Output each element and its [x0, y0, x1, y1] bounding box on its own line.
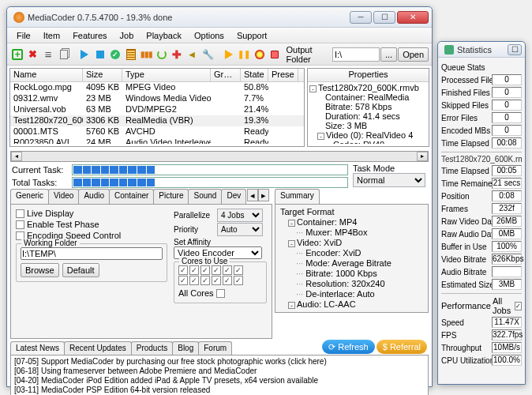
- file-list[interactable]: Name Size Type Group State Prese RockLog…: [9, 68, 305, 147]
- news-referral-button[interactable]: $Referral: [377, 340, 427, 354]
- col-type[interactable]: Type: [122, 69, 211, 81]
- list-button[interactable]: [41, 46, 56, 63]
- tab-blog[interactable]: Blog: [172, 341, 199, 355]
- output-folder-browse-button[interactable]: ...: [380, 47, 397, 62]
- tab-sound[interactable]: Sound: [188, 189, 222, 204]
- news-item[interactable]: [04-20] MediaCoder iPod Edition added iP…: [14, 376, 425, 386]
- tab-latest-news[interactable]: Latest News: [10, 341, 65, 355]
- core-checkbox[interactable]: [234, 265, 243, 275]
- task-mode-select[interactable]: Normal: [353, 173, 425, 187]
- news-list[interactable]: [07-05] Support MediaCoder by purchasing…: [10, 355, 429, 395]
- table-row[interactable]: Universal.vob63 MBDVD/MPEG221.4%: [10, 104, 304, 115]
- tab-products[interactable]: Products: [131, 341, 173, 355]
- maximize-button[interactable]: ☐: [373, 11, 395, 24]
- col-name[interactable]: Name: [10, 69, 83, 81]
- core-checkbox[interactable]: [178, 276, 188, 285]
- film-button[interactable]: [124, 46, 139, 63]
- check-button[interactable]: [108, 46, 123, 63]
- refresh-button[interactable]: [155, 46, 170, 63]
- stop-button[interactable]: [93, 46, 108, 63]
- scroll-left-icon[interactable]: ◂: [11, 152, 22, 161]
- tab-forum[interactable]: Forum: [198, 341, 232, 355]
- table-row[interactable]: Test1280x720_600K.rmvb3306 KBRealMedia (…: [10, 115, 304, 126]
- menu-support[interactable]: Support: [230, 29, 274, 42]
- tab-summary[interactable]: Summary: [275, 189, 320, 204]
- prev-button[interactable]: [185, 46, 200, 63]
- stat-value: 0: [492, 87, 522, 98]
- core-checkbox[interactable]: [178, 265, 188, 275]
- tree-toggle-icon[interactable]: -: [288, 240, 295, 247]
- core-checkbox[interactable]: [189, 276, 199, 285]
- output-folder-open-button[interactable]: Open: [398, 47, 429, 62]
- minimize-button[interactable]: ─: [350, 11, 372, 24]
- core-checkbox[interactable]: [189, 265, 199, 275]
- tab-recent-updates[interactable]: Recent Updates: [64, 341, 132, 355]
- core-checkbox[interactable]: [234, 276, 243, 285]
- play-button[interactable]: [77, 46, 92, 63]
- tree-toggle-icon[interactable]: -: [317, 133, 324, 140]
- table-row[interactable]: 00001.MTS5760 KBAVCHDReady: [10, 126, 304, 137]
- tab-video[interactable]: Video: [48, 189, 79, 204]
- menu-options[interactable]: Options: [188, 29, 230, 42]
- output-folder-input[interactable]: [332, 47, 380, 62]
- menu-file[interactable]: File: [10, 29, 37, 42]
- pause-button[interactable]: [237, 46, 252, 63]
- start-button[interactable]: [222, 46, 237, 63]
- col-preset[interactable]: Prese: [268, 69, 298, 81]
- live-display-checkbox[interactable]: [16, 209, 24, 218]
- wait-button[interactable]: [253, 46, 268, 63]
- core-checkbox[interactable]: [223, 276, 232, 285]
- news-item[interactable]: [07-05] Support MediaCoder by purchasing…: [14, 357, 425, 367]
- table-row[interactable]: R0023850.AVI24 MBAudio Video InterleaveR…: [10, 137, 304, 144]
- tab-picture[interactable]: Picture: [153, 189, 189, 204]
- tabs-scroll-left[interactable]: ◂: [247, 189, 258, 201]
- tab-audio[interactable]: Audio: [78, 189, 110, 204]
- table-row[interactable]: RockLogo.mpg4095 KBMPEG Video50.8%: [10, 82, 304, 93]
- core-checkbox[interactable]: [200, 276, 210, 285]
- save-preset-button[interactable]: [268, 46, 283, 63]
- core-checkbox[interactable]: [212, 276, 221, 285]
- priority-select[interactable]: Auto: [217, 223, 263, 236]
- col-state[interactable]: State: [241, 69, 268, 81]
- working-folder-default-button[interactable]: Default: [62, 263, 99, 277]
- core-checkbox[interactable]: [212, 265, 221, 275]
- file-list-scrollbar[interactable]: ◂ ▸: [10, 151, 429, 162]
- close-button[interactable]: ✕: [397, 11, 429, 24]
- tab-container[interactable]: Container: [109, 189, 154, 204]
- col-group[interactable]: Group: [211, 69, 241, 81]
- menu-playback[interactable]: Playback: [140, 29, 188, 42]
- tools-button[interactable]: [200, 46, 215, 63]
- titlebar[interactable]: MediaCoder 0.7.5.4700 - 19.3% done ─ ☐ ✕: [7, 7, 432, 28]
- news-item[interactable]: [06-18] Using frameserver between Adobe …: [14, 367, 425, 376]
- refresh-icon: ⟳: [328, 342, 335, 352]
- working-folder-browse-button[interactable]: Browse: [21, 263, 59, 277]
- copy-button[interactable]: [57, 46, 72, 63]
- all-jobs-checkbox[interactable]: [515, 302, 522, 310]
- stats-restore-button[interactable]: ☐: [508, 44, 522, 55]
- tab-generic[interactable]: Generic: [10, 189, 49, 204]
- menu-item[interactable]: Item: [37, 29, 66, 42]
- tree-toggle-icon[interactable]: -: [309, 85, 317, 92]
- tree-toggle-icon[interactable]: -: [288, 302, 295, 309]
- core-checkbox[interactable]: [223, 265, 232, 275]
- core-checkbox[interactable]: [200, 265, 210, 275]
- remove-file-button[interactable]: [26, 46, 41, 63]
- col-size[interactable]: Size: [83, 69, 122, 81]
- news-item[interactable]: [03-11] MediaCoder PSP Edition 64-bit ve…: [14, 386, 425, 395]
- all-cores-checkbox[interactable]: [216, 289, 225, 298]
- news-refresh-button[interactable]: ⟳Refresh: [322, 340, 375, 354]
- tab-dev[interactable]: Dev: [221, 189, 246, 204]
- tabs-scroll-right[interactable]: ▸: [258, 189, 269, 201]
- menu-job[interactable]: Job: [114, 29, 140, 42]
- plugin-button[interactable]: [170, 46, 185, 63]
- test-phase-checkbox[interactable]: [16, 220, 24, 229]
- scroll-right-icon[interactable]: ▸: [417, 152, 428, 161]
- stats-button[interactable]: [139, 46, 154, 63]
- stats-titlebar[interactable]: Statistics ☐: [438, 42, 525, 58]
- parallelize-select[interactable]: 4 Jobs: [217, 209, 263, 222]
- add-file-button[interactable]: [10, 46, 25, 63]
- table-row[interactable]: 09312.wmv23 MBWindows Media Video7.7%: [10, 93, 304, 104]
- tree-toggle-icon[interactable]: -: [288, 220, 295, 227]
- menu-features[interactable]: Features: [66, 29, 113, 42]
- working-folder-input[interactable]: [21, 247, 163, 260]
